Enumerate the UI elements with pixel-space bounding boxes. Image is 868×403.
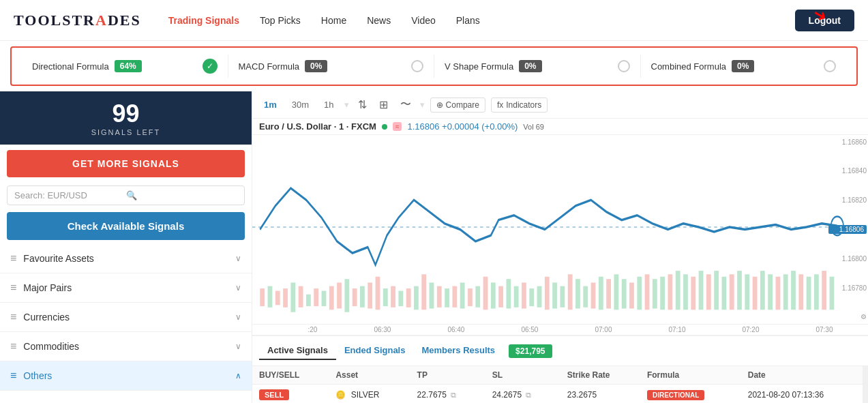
time-label-7: 07:30: [815, 326, 833, 333]
search-icon[interactable]: 🔍: [126, 190, 238, 200]
svg-rect-15: [376, 277, 380, 310]
signals-count: 99: [8, 100, 243, 128]
list-icon: ≡: [10, 340, 16, 353]
copy-icon[interactable]: ⧉: [451, 391, 456, 399]
svg-rect-9: [329, 286, 334, 310]
svg-rect-33: [514, 286, 519, 308]
formula-badge: DIRECTIONAL: [647, 390, 704, 400]
scrollbar[interactable]: [863, 366, 868, 403]
svg-rect-4: [290, 282, 295, 312]
formula-combined-label: Combined Formula: [651, 61, 727, 72]
timeframe-1h[interactable]: 1h: [319, 98, 338, 112]
tab-ended-signals[interactable]: Ended Signals: [336, 342, 414, 360]
chart-type-icon[interactable]: ⇅: [355, 96, 370, 113]
svg-rect-55: [683, 274, 688, 310]
svg-rect-66: [768, 274, 773, 310]
svg-rect-36: [537, 286, 542, 308]
check-signals-button[interactable]: Check Available Signals: [7, 212, 245, 240]
nav-video[interactable]: Video: [411, 15, 436, 26]
svg-rect-46: [614, 274, 619, 310]
timeframe-30m[interactable]: 30m: [287, 98, 314, 112]
formula-macd-label: MACD Formula: [239, 61, 300, 72]
compare-button[interactable]: ⊕ Compare: [430, 98, 485, 113]
search-box: Search: EUR/USD 🔍: [7, 185, 245, 205]
svg-rect-47: [622, 279, 627, 308]
tab-members-results[interactable]: Members Results: [413, 342, 503, 360]
svg-rect-18: [398, 291, 403, 307]
time-label-1: 06:30: [374, 326, 391, 333]
timeframe-1m[interactable]: 1m: [259, 98, 282, 112]
nav-top-picks[interactable]: Top Picks: [260, 15, 301, 26]
svg-rect-59: [714, 271, 719, 310]
svg-rect-1: [268, 286, 273, 308]
current-price-label: 1.16806: [828, 225, 867, 234]
candle-icon[interactable]: ⊞: [376, 96, 391, 113]
svg-rect-53: [668, 274, 673, 310]
signals-section: Active Signals Ended Signals Members Res…: [252, 335, 868, 403]
live-badge: ≈: [393, 122, 402, 131]
chart-area: 1m 30m 1h ▾ ⇅ ⊞ 〜 ▾ ⊕ Compare fx Indicat…: [252, 91, 868, 403]
col-sl: SL: [485, 366, 560, 385]
settings-icon[interactable]: ⚙: [828, 313, 867, 320]
sidebar-item-favourite[interactable]: ≡ Favourite Assets ∨: [0, 244, 252, 273]
tab-active-signals[interactable]: Active Signals: [259, 342, 336, 360]
svg-rect-71: [807, 277, 811, 310]
signals-header-row: BUY/SELL Asset TP SL Strike Rate Formula…: [252, 366, 868, 385]
price-level-5: 1.16780: [828, 284, 867, 292]
sidebar-item-commodities[interactable]: ≡ Commodities ∨: [0, 332, 252, 361]
sidebar-item-currencies[interactable]: ≡ Currencies ∨: [0, 303, 252, 332]
svg-rect-13: [360, 286, 365, 308]
nav-trading-signals[interactable]: Trading Signals: [168, 15, 239, 26]
col-strike-rate: Strike Rate: [560, 366, 640, 385]
svg-rect-8: [322, 291, 327, 307]
line-icon[interactable]: 〜: [397, 95, 415, 114]
svg-rect-64: [753, 277, 758, 310]
formula-combined-radio[interactable]: [824, 60, 836, 72]
price-level-3: 1.16820: [828, 196, 867, 204]
formula-macd-pct: 0%: [305, 60, 327, 72]
date-cell: 2021-08-20 07:13:36: [741, 385, 868, 404]
table-row: SELL 🪙 SILVER 22.7675 ⧉ 24.26: [252, 385, 868, 404]
formula-macd-radio[interactable]: [411, 60, 423, 72]
svg-rect-38: [552, 282, 557, 308]
time-axis: :20 06:30 06:40 06:50 07:00 07:10 07:20 …: [252, 324, 868, 335]
formula-vshape-radio[interactable]: [618, 60, 630, 72]
svg-rect-61: [730, 274, 734, 310]
formula-vshape[interactable]: V Shape Formula 0%: [434, 55, 641, 78]
svg-rect-11: [344, 279, 349, 312]
formula-bar: Directional Formula 64% ✓ MACD Formula 0…: [10, 46, 858, 86]
col-buysell: BUY/SELL: [252, 366, 329, 385]
svg-rect-39: [560, 286, 565, 308]
svg-rect-72: [814, 274, 819, 310]
svg-rect-73: [822, 271, 826, 310]
sidebar-item-major-pairs[interactable]: ≡ Major Pairs ∨: [0, 273, 252, 303]
formula-combined[interactable]: Combined Formula 0%: [641, 55, 847, 78]
pair-name: Euro / U.S. Dollar · 1 · FXCM: [259, 121, 376, 132]
svg-rect-20: [414, 286, 419, 310]
copy-icon[interactable]: ⧉: [526, 391, 531, 399]
nav-news[interactable]: News: [367, 15, 391, 26]
svg-rect-68: [783, 274, 788, 310]
sidebar: 99 SIGNALS LEFT GET MORE SIGNALS Search:…: [0, 91, 252, 403]
price-level-2: 1.16840: [828, 167, 867, 175]
svg-rect-35: [529, 288, 534, 306]
time-label-4: 07:00: [595, 326, 612, 333]
svg-rect-37: [545, 277, 550, 310]
sidebar-item-others[interactable]: ≡ Others ∧: [0, 361, 252, 391]
nav-home[interactable]: Home: [321, 15, 346, 26]
col-date: Date: [741, 366, 868, 385]
formula-combined-pct: 0%: [732, 60, 754, 72]
formula-macd[interactable]: MACD Formula 0%: [228, 55, 435, 78]
get-more-signals-button[interactable]: GET MORE SIGNALS: [7, 150, 245, 177]
time-label-5: 07:10: [668, 326, 685, 333]
signals-table: BUY/SELL Asset TP SL Strike Rate Formula…: [252, 366, 868, 403]
sl-cell: 24.2675 ⧉: [485, 385, 560, 404]
sidebar-others-label: Others: [23, 370, 235, 381]
time-label-6: 07:20: [742, 326, 759, 333]
nav-plans[interactable]: Plans: [456, 15, 480, 26]
col-tp: TP: [410, 366, 485, 385]
svg-rect-51: [653, 279, 657, 308]
indicators-button[interactable]: fx Indicators: [491, 98, 548, 113]
sidebar-commodities-label: Commodities: [23, 341, 235, 352]
formula-directional[interactable]: Directional Formula 64% ✓: [22, 55, 228, 78]
